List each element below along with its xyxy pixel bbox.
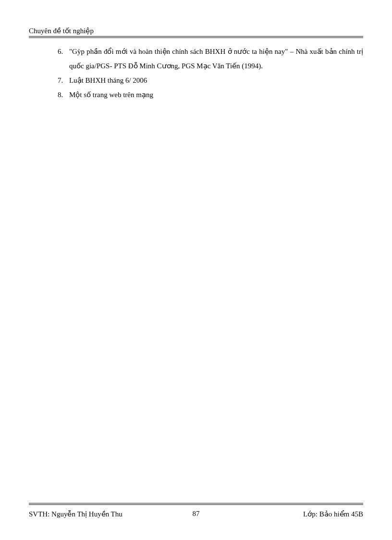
content-area: 6. "Gỳp phần đổi mới và hoàn thiện chính… (29, 37, 363, 504)
footer-author: SVTH: Nguyễn Thị Huyền Thu (29, 510, 122, 518)
page-header: Chuyên đề tốt nghiệp (29, 26, 363, 37)
header-title: Chuyên đề tốt nghiệp (29, 27, 94, 35)
footer-class: Lớp: Bảo hiểm 45B (303, 510, 363, 518)
list-item: 8. Một số trang web trên mạng (58, 88, 363, 102)
list-item: 7. Luật BHXH tháng 6/ 2006 (58, 73, 363, 88)
page-footer: SVTH: Nguyễn Thị Huyền Thu 87 Lớp: Bảo h… (29, 504, 363, 518)
list-text: "Gỳp phần đổi mới và hoàn thiện chính sá… (69, 44, 363, 73)
list-text: Luật BHXH tháng 6/ 2006 (69, 73, 363, 88)
footer-page-number: 87 (193, 510, 200, 518)
list-marker: 8. (58, 88, 69, 102)
list-text: Một số trang web trên mạng (69, 88, 363, 102)
page-container: Chuyên đề tốt nghiệp 6. "Gỳp phần đổi mớ… (0, 0, 392, 540)
list-marker: 7. (58, 73, 69, 88)
list-item: 6. "Gỳp phần đổi mới và hoàn thiện chính… (58, 44, 363, 73)
list-marker: 6. (58, 44, 69, 73)
